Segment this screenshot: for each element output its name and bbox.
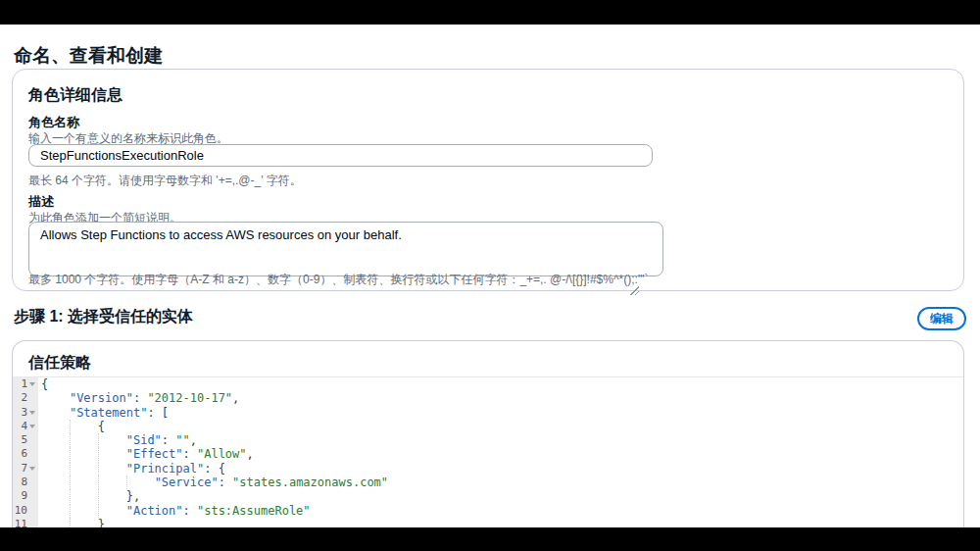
letterbox-top — [0, 0, 980, 25]
code-line: 8 "Service": "states.amazonaws.com" — [13, 476, 963, 489]
fold-spacer — [27, 391, 38, 405]
line-number: 5 — [13, 433, 38, 447]
code-line: 7 "Principal": { — [13, 462, 963, 476]
edit-button[interactable]: 编辑 — [917, 307, 966, 330]
fold-toggle-icon[interactable] — [27, 462, 38, 476]
fold-spacer — [27, 433, 38, 447]
trust-policy-heading: 信任策略 — [28, 353, 91, 374]
fold-spacer — [27, 447, 38, 461]
role-details-heading: 角色详细信息 — [28, 85, 122, 106]
line-number: 7 — [13, 462, 38, 476]
code-line: 1{ — [13, 377, 963, 391]
role-description-textarea[interactable]: Allows Step Functions to access AWS reso… — [28, 222, 663, 276]
description-constraint: 最多 1000 个字符。使用字母（A-Z 和 a-z）、数字（0-9）、制表符、… — [28, 272, 648, 288]
fold-toggle-icon[interactable] — [27, 406, 38, 420]
line-number: 8 — [13, 476, 38, 489]
step1-heading: 步骤 1: 选择受信任的实体 — [14, 307, 193, 327]
line-number: 9 — [13, 489, 38, 503]
line-number: 2 — [13, 391, 38, 405]
fold-spacer — [27, 504, 38, 518]
code-line: 4 { — [13, 420, 963, 433]
code-line: 6 "Effect": "Allow", — [13, 447, 963, 461]
role-details-card: 角色详细信息 角色名称 输入一个有意义的名称来标识此角色。 最长 64 个字符。… — [12, 69, 964, 291]
role-name-constraint: 最长 64 个字符。请使用字母数字和 '+=,.@-_' 字符。 — [28, 173, 302, 189]
trust-policy-code-editor[interactable]: 1{2 "Version": "2012-10-17",3 "Statement… — [13, 376, 963, 551]
code-line: 9 }, — [13, 489, 963, 503]
page-title: 命名、查看和创建 — [14, 43, 163, 69]
line-number: 3 — [13, 406, 38, 420]
letterbox-bottom — [0, 527, 980, 551]
line-number: 10 — [13, 504, 38, 518]
fold-toggle-icon[interactable] — [27, 420, 38, 433]
description-label: 描述 — [28, 193, 54, 211]
code-line: 5 "Sid": "", — [13, 433, 963, 447]
line-number: 4 — [13, 420, 38, 433]
trust-policy-card: 信任策略 1{2 "Version": "2012-10-17",3 "Stat… — [12, 340, 964, 551]
fold-spacer — [27, 476, 38, 489]
line-number: 6 — [13, 447, 38, 461]
role-name-input[interactable] — [28, 144, 653, 167]
code-line: 2 "Version": "2012-10-17", — [13, 391, 963, 405]
fold-toggle-icon[interactable] — [27, 377, 38, 391]
code-line: 3 "Statement": [ — [13, 406, 963, 420]
page: 命名、查看和创建 角色详细信息 角色名称 输入一个有意义的名称来标识此角色。 最… — [0, 0, 980, 551]
role-name-label: 角色名称 — [28, 114, 79, 131]
line-number: 1 — [13, 377, 38, 391]
fold-spacer — [27, 489, 38, 503]
code-line: 10 "Action": "sts:AssumeRole" — [13, 504, 963, 518]
